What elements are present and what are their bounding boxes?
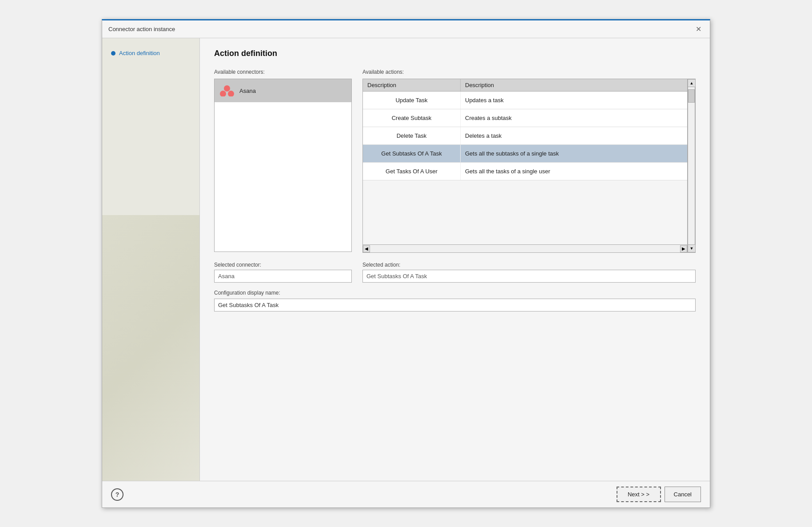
sidebar-bg-decoration: [102, 215, 199, 481]
actions-table-container: Description Description Update Tas: [362, 79, 696, 253]
horizontal-scrollbar[interactable]: ◀ ▶: [363, 244, 687, 252]
table-row[interactable]: Get Tasks Of A User Gets all the tasks o…: [363, 163, 687, 180]
connector-list[interactable]: Asana: [214, 79, 352, 252]
action-name-cell: Get Tasks Of A User: [363, 163, 461, 180]
connector-item-asana[interactable]: Asana: [215, 79, 351, 102]
title-bar: Connector action instance ✕: [102, 20, 710, 38]
table-row[interactable]: Create Subtask Creates a subtask: [363, 109, 687, 127]
scroll-up-btn[interactable]: ▲: [688, 79, 696, 87]
dialog-body: Action definition Action definition Avai…: [102, 38, 710, 481]
action-name-cell: Delete Task: [363, 127, 461, 144]
sidebar: Action definition: [102, 38, 200, 481]
config-name-group: Configuration display name:: [214, 290, 696, 311]
close-button[interactable]: ✕: [693, 24, 704, 35]
action-name-cell: Get Subtasks Of A Task: [363, 145, 461, 162]
actions-table-inner: Description Description Update Tas: [363, 79, 687, 252]
scroll-right-btn[interactable]: ▶: [680, 245, 687, 252]
svg-point-0: [224, 85, 230, 92]
dialog-footer: ? Next > > Cancel: [102, 481, 710, 507]
footer-right: Next > > Cancel: [617, 487, 701, 502]
table-row[interactable]: Update Task Updates a task: [363, 92, 687, 109]
selected-action-input[interactable]: [362, 270, 696, 283]
action-desc-cell: Gets all the tasks of a single user: [461, 163, 687, 180]
actions-table-header: Description Description: [363, 79, 687, 92]
selected-values-row: Selected connector: Selected action:: [214, 262, 696, 283]
scroll-track: [370, 245, 680, 252]
available-connectors-label: Available connectors:: [214, 69, 352, 75]
next-button[interactable]: Next > >: [617, 487, 661, 502]
selected-connector-input[interactable]: [214, 270, 352, 283]
scroll-down-btn[interactable]: ▼: [688, 244, 696, 252]
action-desc-cell: Creates a subtask: [461, 109, 687, 127]
connector-name: Asana: [239, 88, 256, 94]
connector-action-dialog: Connector action instance ✕ Action defin…: [102, 19, 710, 508]
actions-table-body[interactable]: Update Task Updates a task Create Subtas…: [363, 92, 687, 244]
vertical-scrollbar[interactable]: ▲ ▼: [687, 79, 695, 252]
asana-logo: [219, 83, 235, 99]
selected-connector-label: Selected connector:: [214, 262, 352, 268]
dialog-title: Connector action instance: [108, 26, 175, 32]
connectors-actions-row: Available connectors: As: [214, 69, 696, 253]
selected-connector-group: Selected connector:: [214, 262, 352, 283]
help-button[interactable]: ?: [111, 488, 123, 501]
action-name-cell: Create Subtask: [363, 109, 461, 127]
scroll-track-vertical: [688, 87, 695, 244]
available-actions-label: Available actions:: [362, 69, 696, 75]
col-header-desc: Description: [461, 79, 687, 91]
table-row[interactable]: Delete Task Deletes a task: [363, 127, 687, 145]
col-header-name: Description: [363, 79, 461, 91]
cancel-button[interactable]: Cancel: [665, 487, 701, 502]
action-desc-cell: Deletes a task: [461, 127, 687, 144]
section-title: Action definition: [214, 49, 696, 58]
selected-action-group: Selected action:: [362, 262, 696, 283]
svg-point-1: [220, 91, 226, 96]
svg-point-2: [228, 91, 234, 96]
action-name-cell: Update Task: [363, 92, 461, 109]
sidebar-item-action-definition[interactable]: Action definition: [109, 47, 192, 59]
selected-action-label: Selected action:: [362, 262, 696, 268]
action-desc-cell: Gets all the subtasks of a single task: [461, 145, 687, 162]
config-display-name-input[interactable]: [214, 299, 696, 311]
connectors-col: Available connectors: As: [214, 69, 352, 253]
table-row[interactable]: Get Subtasks Of A Task Gets all the subt…: [363, 145, 687, 163]
scroll-thumb: [688, 89, 695, 103]
main-content: Action definition Available connectors:: [200, 38, 710, 481]
footer-left: ?: [111, 488, 123, 501]
config-display-name-label: Configuration display name:: [214, 290, 696, 296]
asana-logo-icon: [220, 85, 234, 96]
action-desc-cell: Updates a task: [461, 92, 687, 109]
sidebar-dot: [111, 51, 115, 56]
sidebar-item-label: Action definition: [119, 50, 160, 56]
actions-col: Available actions: Description Descripti…: [362, 69, 696, 253]
scroll-left-btn[interactable]: ◀: [363, 245, 370, 252]
